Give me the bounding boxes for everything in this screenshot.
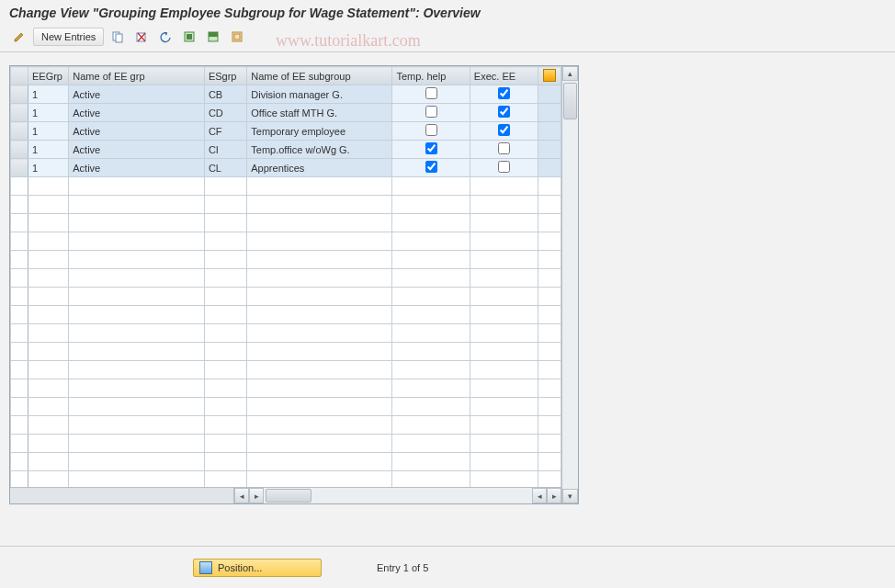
cell-pad — [538, 85, 561, 104]
table-settings-icon — [543, 69, 556, 82]
exec-ee-checkbox[interactable] — [498, 124, 510, 136]
cell-eegrp[interactable]: 1 — [28, 141, 68, 159]
position-button[interactable]: Position... — [193, 559, 322, 577]
cell-temp[interactable] — [392, 159, 470, 177]
scroll-right-last-icon[interactable]: ▸ — [547, 488, 561, 503]
table-row[interactable] — [11, 251, 561, 269]
row-selector[interactable] — [11, 416, 28, 435]
horizontal-scrollbar[interactable]: ◂ ▸ ◂ ▸ — [10, 487, 561, 503]
exec-ee-checkbox[interactable] — [498, 161, 510, 173]
row-selector[interactable] — [11, 306, 28, 324]
row-selector-header[interactable] — [11, 67, 28, 85]
row-selector[interactable] — [11, 104, 28, 122]
row-selector[interactable] — [11, 324, 28, 343]
scroll-right-icon[interactable]: ◂ — [532, 488, 547, 503]
temp-help-checkbox[interactable] — [425, 124, 437, 136]
col-header-esname[interactable]: Name of EE subgroup — [247, 67, 392, 85]
row-selector[interactable] — [11, 398, 28, 416]
table-row[interactable] — [11, 471, 561, 488]
col-header-exec[interactable]: Exec. EE — [470, 67, 538, 85]
temp-help-checkbox[interactable] — [425, 142, 437, 154]
col-header-temp[interactable]: Temp. help — [392, 67, 470, 85]
row-selector[interactable] — [11, 361, 28, 379]
scroll-left-first-icon[interactable]: ◂ — [234, 488, 249, 503]
table-row[interactable]: 1ActiveCBDivision manager G. — [11, 85, 561, 104]
cell-temp[interactable] — [392, 85, 470, 104]
scroll-down-icon[interactable]: ▾ — [562, 489, 578, 503]
temp-help-checkbox[interactable] — [425, 161, 437, 173]
toggle-edit-icon[interactable] — [9, 28, 29, 46]
row-selector[interactable] — [11, 177, 28, 196]
table-row[interactable] — [11, 343, 561, 361]
row-selector[interactable] — [11, 379, 28, 398]
select-block-icon[interactable] — [203, 28, 223, 46]
row-selector[interactable] — [11, 214, 28, 232]
deselect-all-icon[interactable] — [227, 28, 247, 46]
exec-ee-checkbox[interactable] — [498, 106, 510, 118]
cell-eegrp[interactable]: 1 — [28, 159, 68, 177]
cell-temp[interactable] — [392, 141, 470, 159]
cell-exec[interactable] — [470, 85, 538, 104]
row-selector[interactable] — [11, 435, 28, 453]
exec-ee-checkbox[interactable] — [498, 142, 510, 154]
copy-icon[interactable] — [108, 28, 128, 46]
table-row[interactable]: 1ActiveCITemp.office w/oWg G. — [11, 141, 561, 159]
table-row[interactable] — [11, 398, 561, 416]
cell-exec[interactable] — [470, 141, 538, 159]
vscroll-thumb[interactable] — [563, 83, 577, 119]
temp-help-checkbox[interactable] — [425, 106, 437, 118]
row-selector[interactable] — [11, 141, 28, 159]
row-selector[interactable] — [11, 196, 28, 214]
undo-icon[interactable] — [155, 28, 176, 46]
scroll-up-icon[interactable]: ▴ — [562, 66, 578, 81]
table-row[interactable] — [11, 214, 561, 232]
row-selector[interactable] — [11, 269, 28, 288]
table-row[interactable] — [11, 435, 561, 453]
table-row[interactable]: 1ActiveCDOffice staff MTH G. — [11, 104, 561, 122]
table-row[interactable] — [11, 453, 561, 471]
vertical-scrollbar[interactable]: ▴ ▾ — [561, 66, 578, 503]
cell-exec[interactable] — [470, 104, 538, 122]
temp-help-checkbox[interactable] — [425, 87, 437, 99]
cell-exec[interactable] — [470, 159, 538, 177]
cell-pad — [538, 141, 561, 159]
row-selector[interactable] — [11, 471, 28, 488]
table-row[interactable] — [11, 416, 561, 435]
table-row[interactable] — [11, 288, 561, 306]
table-row[interactable] — [11, 306, 561, 324]
row-selector[interactable] — [11, 288, 28, 306]
new-entries-button[interactable]: New Entries — [33, 28, 104, 46]
table-row[interactable] — [11, 232, 561, 251]
row-selector[interactable] — [11, 343, 28, 361]
cell-eegrp[interactable]: 1 — [28, 122, 68, 141]
cell-temp[interactable] — [392, 122, 470, 141]
table-row[interactable] — [11, 324, 561, 343]
cell-eegrp[interactable]: 1 — [28, 85, 68, 104]
row-selector[interactable] — [11, 251, 28, 269]
col-header-eegrp[interactable]: EEGrp — [28, 67, 68, 85]
exec-ee-checkbox[interactable] — [498, 87, 510, 99]
table-row[interactable] — [11, 361, 561, 379]
row-selector[interactable] — [11, 85, 28, 104]
col-header-esgrp[interactable]: ESgrp — [204, 67, 246, 85]
row-selector[interactable] — [11, 122, 28, 141]
cell-eename: Active — [69, 159, 205, 177]
row-selector[interactable] — [11, 453, 28, 471]
cell-exec[interactable] — [470, 122, 538, 141]
delete-icon[interactable] — [131, 28, 152, 46]
table-row[interactable] — [11, 177, 561, 196]
table-row[interactable]: 1ActiveCLApprentices — [11, 159, 561, 177]
hscroll-thumb[interactable] — [266, 489, 312, 503]
cell-temp[interactable] — [392, 104, 470, 122]
table-row[interactable] — [11, 269, 561, 288]
table-row[interactable] — [11, 196, 561, 214]
configure-columns-button[interactable] — [538, 67, 561, 85]
row-selector[interactable] — [11, 232, 28, 251]
select-all-icon[interactable] — [179, 28, 199, 46]
table-row[interactable] — [11, 379, 561, 398]
table-row[interactable]: 1ActiveCFTemporary employee — [11, 122, 561, 141]
cell-eegrp[interactable]: 1 — [28, 104, 68, 122]
row-selector[interactable] — [11, 159, 28, 177]
col-header-eename[interactable]: Name of EE grp — [69, 67, 205, 85]
scroll-left-icon[interactable]: ▸ — [249, 488, 264, 503]
